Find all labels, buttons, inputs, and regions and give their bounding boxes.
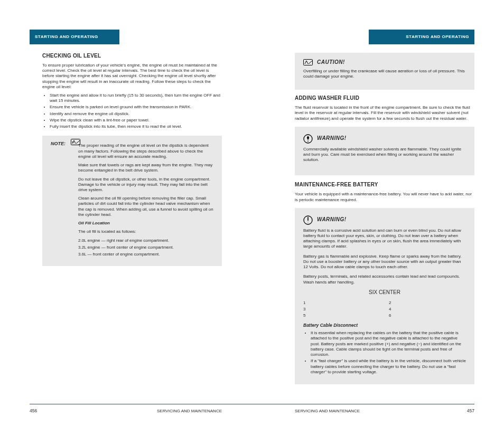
oil-step-1: Start the engine and allow it to run bri… bbox=[50, 93, 222, 103]
engine-item-2: 3.2L engine — front center of engine com… bbox=[78, 245, 213, 250]
six-2: 2 bbox=[389, 300, 466, 306]
caution-text: Overfilling or under filling the crankca… bbox=[303, 69, 466, 79]
svg-rect-1 bbox=[304, 60, 313, 65]
note-icon bbox=[71, 139, 80, 145]
oil-step-2: Ensure the vehicle is parked on level gr… bbox=[50, 105, 222, 110]
battery-warn-p1: Battery fluid is a corrosive acid soluti… bbox=[303, 228, 466, 250]
caution-icon bbox=[303, 59, 313, 65]
note-box: NOTE: The proper reading of the engine o… bbox=[42, 136, 222, 266]
warning-label-battery: WARNING! bbox=[317, 216, 347, 223]
battery-sub-bullets: It is essential when replacing the cable… bbox=[303, 330, 466, 375]
note-p2: Make sure that towels or rags are kept a… bbox=[78, 163, 213, 173]
engine-item-1: 2.0L engine — right rear of engine compa… bbox=[78, 238, 213, 243]
footer-page-left: 456 bbox=[30, 408, 37, 414]
six-center-title: SIX CENTER bbox=[303, 289, 466, 296]
engine-list: 2.0L engine — right rear of engine compa… bbox=[78, 238, 213, 258]
footer-title-right: SERVICING AND MAINTENANCE bbox=[295, 409, 474, 414]
header-right-label: STARTING AND OPERATING bbox=[406, 34, 469, 40]
oil-step-4: Wipe the dipstick clean with a lint-free… bbox=[50, 118, 222, 123]
battery-warn-p3: Battery posts, terminals, and related ac… bbox=[303, 274, 466, 285]
right-column: CAUTION! Overfilling or under filling th… bbox=[295, 53, 474, 384]
footer-rule bbox=[30, 404, 474, 404]
warning-icon-battery bbox=[303, 215, 313, 225]
six-1: 1 bbox=[303, 300, 380, 306]
warning-box-battery: WARNING! Battery fluid is a corrosive ac… bbox=[295, 208, 474, 384]
page-header-left: STARTING AND OPERATING bbox=[30, 30, 119, 44]
oil-fill-title: Oil Fill Location bbox=[78, 221, 213, 226]
warning-box-washer: WARNING! Commercially available windshie… bbox=[295, 127, 474, 176]
note-label: NOTE: bbox=[51, 141, 66, 147]
battery-sub-2: If a "fast charger" is used while the ba… bbox=[311, 358, 466, 375]
warning-label: WARNING! bbox=[317, 135, 347, 142]
engine-item-3: 3.6L — front center of engine compartmen… bbox=[78, 252, 213, 257]
battery-sub-1: It is essential when replacing the cable… bbox=[311, 330, 466, 357]
warning-text: Commercially available windshield washer… bbox=[303, 147, 466, 163]
six-5: 5 bbox=[303, 313, 380, 318]
footer-page-right: 457 bbox=[467, 408, 474, 414]
footer-title-left: SERVICING AND MAINTENANCE bbox=[42, 409, 222, 414]
caution-box: CAUTION! Overfilling or under filling th… bbox=[295, 53, 474, 90]
six-grid: 1 2 3 4 5 6 bbox=[303, 300, 466, 319]
svg-point-3 bbox=[307, 140, 309, 141]
left-column: CHECKING OIL LEVEL To ensure proper lubr… bbox=[42, 53, 222, 271]
note-p3: Do not leave the oil dipstick, or other … bbox=[78, 177, 213, 193]
note-p4: Clean around the oil fill opening before… bbox=[78, 196, 213, 218]
oil-step-5: Fully insert the dipstick into its tube,… bbox=[50, 124, 222, 129]
six-6: 6 bbox=[389, 313, 466, 318]
page-header-right: STARTING AND OPERATING bbox=[369, 30, 474, 44]
section-title-battery: MAINTENANCE-FREE BATTERY bbox=[295, 182, 474, 188]
battery-warn-p2: Battery gas is flammable and explosive. … bbox=[303, 254, 466, 270]
engine-list-label: The oil fill is located as follows: bbox=[78, 229, 213, 234]
note-p1: The proper reading of the engine oil lev… bbox=[78, 143, 213, 159]
header-left-label: STARTING AND OPERATING bbox=[35, 34, 98, 40]
section-title-washer: ADDING WASHER FLUID bbox=[295, 95, 474, 102]
battery-paragraph: Your vehicle is equipped with a maintena… bbox=[295, 192, 474, 202]
six-3: 3 bbox=[303, 307, 380, 312]
svg-rect-0 bbox=[71, 139, 80, 145]
section-title-oil: CHECKING OIL LEVEL bbox=[42, 53, 222, 60]
six-4: 4 bbox=[389, 307, 466, 312]
warning-icon bbox=[303, 134, 313, 144]
oil-check-steps: Start the engine and allow it to run bri… bbox=[42, 93, 222, 129]
oil-step-3: Identify and remove the engine oil dipst… bbox=[50, 111, 222, 117]
caution-label: CAUTION! bbox=[317, 59, 345, 66]
oil-intro-paragraph: To ensure proper lubrication of your veh… bbox=[42, 63, 222, 90]
washer-paragraph: The fluid reservoir is located in the fr… bbox=[295, 105, 474, 121]
battery-sub-title: Battery Cable Disconnect bbox=[303, 323, 466, 328]
